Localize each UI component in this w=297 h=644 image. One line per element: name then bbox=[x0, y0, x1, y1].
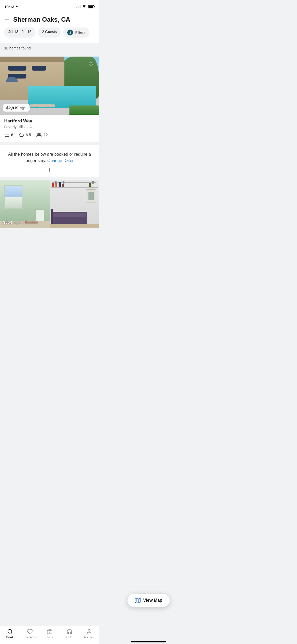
battery-icon bbox=[88, 5, 95, 8]
location-icon bbox=[15, 5, 18, 8]
svg-point-11 bbox=[40, 133, 41, 135]
bedroom-count: 6 bbox=[11, 133, 13, 137]
dates-chip[interactable]: Jul 13 - Jul 16 bbox=[4, 27, 36, 38]
svg-line-8 bbox=[23, 137, 24, 137]
favorite-button[interactable]: ♡ bbox=[86, 60, 96, 69]
listing-price: $2,919 bbox=[6, 105, 18, 110]
guests-chip[interactable]: 2 Guests bbox=[38, 27, 61, 38]
bedroom-icon bbox=[4, 132, 10, 137]
svg-point-10 bbox=[39, 133, 40, 135]
listing-price-tag: $2,919 night bbox=[3, 104, 30, 112]
guest-count: 12 bbox=[44, 133, 48, 137]
status-bar: 10:13 bbox=[0, 0, 99, 12]
status-time: 10:13 bbox=[4, 4, 18, 9]
content-wrapper: 16 homes found bbox=[0, 43, 99, 252]
bathroom-amenity: 6.5 bbox=[18, 132, 31, 137]
booked-notice: All the homes below are booked or requir… bbox=[0, 145, 99, 177]
filters-label: Filters bbox=[75, 30, 85, 35]
guests-icon bbox=[36, 132, 42, 137]
status-icons bbox=[77, 5, 95, 8]
listing-image: $2,919 night ♡ bbox=[0, 57, 99, 115]
guest-amenity: 12 bbox=[36, 132, 48, 137]
listing-location: Beverly Hills, CA bbox=[4, 125, 95, 129]
second-favorite-button[interactable]: ♡ bbox=[86, 183, 96, 193]
arrow-down-icon: ↓ bbox=[5, 167, 94, 173]
listing-name: Hartford Way bbox=[4, 118, 95, 124]
listing-card[interactable]: $2,919 night ♡ Hartford Way Beverly Hill… bbox=[0, 57, 99, 142]
second-price: $554 bbox=[3, 220, 12, 224]
bedroom-amenity: 6 bbox=[4, 132, 13, 137]
header-title-row: ← Sherman Oaks, CA bbox=[4, 16, 95, 23]
booked-status: Booked bbox=[25, 220, 38, 224]
listing-info: Hartford Way Beverly Hills, CA 6 bbox=[0, 115, 99, 142]
second-listing-card[interactable]: $554 night • Booked ♡ bbox=[0, 180, 99, 228]
page-title: Sherman Oaks, CA bbox=[13, 16, 70, 23]
listing-amenities: 6 6.5 bbox=[4, 132, 95, 137]
change-dates-link[interactable]: Change Dates bbox=[47, 158, 74, 163]
bathroom-count: 6.5 bbox=[26, 133, 31, 137]
results-count: 16 homes found bbox=[0, 43, 99, 53]
heart-icon: ♡ bbox=[88, 61, 94, 68]
back-button[interactable]: ← bbox=[4, 16, 10, 23]
bathtub-icon bbox=[18, 132, 24, 137]
svg-rect-2 bbox=[88, 6, 93, 8]
header: ← Sherman Oaks, CA Jul 13 - Jul 16 2 Gue… bbox=[0, 12, 99, 43]
signal-icon bbox=[77, 5, 81, 8]
second-price-tag: $554 night • Booked bbox=[3, 220, 37, 224]
filter-chips: Jul 13 - Jul 16 2 Guests 1 Filters bbox=[4, 27, 95, 38]
filter-count-badge: 1 bbox=[67, 30, 73, 35]
svg-rect-1 bbox=[94, 6, 95, 7]
svg-point-9 bbox=[37, 133, 39, 135]
second-listing-image: $554 night • Booked ♡ bbox=[0, 180, 99, 228]
svg-line-7 bbox=[19, 137, 19, 137]
second-heart-icon: ♡ bbox=[88, 185, 94, 191]
wifi-icon bbox=[82, 5, 86, 8]
second-price-unit: night bbox=[13, 220, 20, 224]
filters-chip[interactable]: 1 Filters bbox=[63, 27, 89, 38]
price-unit: night bbox=[20, 106, 26, 110]
booked-text: All the homes below are booked or requir… bbox=[5, 151, 94, 164]
